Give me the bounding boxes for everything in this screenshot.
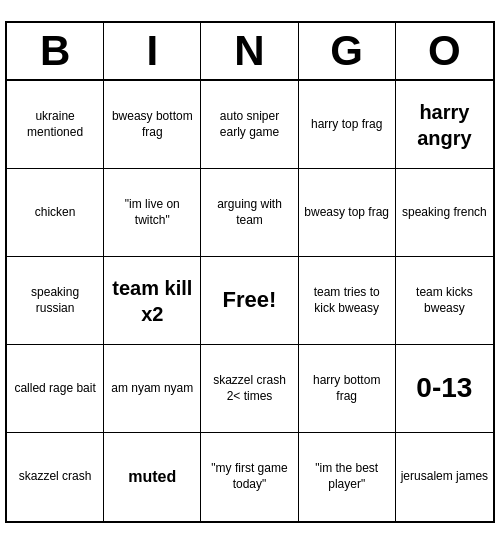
bingo-cell-9[interactable]: speaking french — [396, 169, 493, 257]
bingo-cell-20[interactable]: skazzel crash — [7, 433, 104, 521]
bingo-cell-16[interactable]: am nyam nyam — [104, 345, 201, 433]
bingo-card: BINGO ukraine mentionedbweasy bottom fra… — [5, 21, 495, 523]
bingo-cell-0[interactable]: ukraine mentioned — [7, 81, 104, 169]
bingo-letter-n: N — [201, 23, 298, 79]
bingo-cell-24[interactable]: jerusalem james — [396, 433, 493, 521]
bingo-letter-i: I — [104, 23, 201, 79]
bingo-cell-11[interactable]: team kill x2 — [104, 257, 201, 345]
bingo-cell-1[interactable]: bweasy bottom frag — [104, 81, 201, 169]
bingo-cell-19[interactable]: 0-13 — [396, 345, 493, 433]
bingo-cell-22[interactable]: "my first game today" — [201, 433, 298, 521]
bingo-header: BINGO — [7, 23, 493, 81]
bingo-cell-21[interactable]: muted — [104, 433, 201, 521]
bingo-cell-5[interactable]: chicken — [7, 169, 104, 257]
bingo-cell-13[interactable]: team tries to kick bweasy — [299, 257, 396, 345]
bingo-cell-4[interactable]: harry angry — [396, 81, 493, 169]
bingo-cell-7[interactable]: arguing with team — [201, 169, 298, 257]
bingo-cell-14[interactable]: team kicks bweasy — [396, 257, 493, 345]
bingo-cell-3[interactable]: harry top frag — [299, 81, 396, 169]
bingo-cell-8[interactable]: bweasy top frag — [299, 169, 396, 257]
bingo-letter-b: B — [7, 23, 104, 79]
bingo-cell-2[interactable]: auto sniper early game — [201, 81, 298, 169]
bingo-cell-23[interactable]: "im the best player" — [299, 433, 396, 521]
bingo-cell-12[interactable]: Free! — [201, 257, 298, 345]
bingo-cell-18[interactable]: harry bottom frag — [299, 345, 396, 433]
bingo-cell-17[interactable]: skazzel crash 2< times — [201, 345, 298, 433]
bingo-cell-6[interactable]: "im live on twitch" — [104, 169, 201, 257]
bingo-letter-o: O — [396, 23, 493, 79]
bingo-cell-15[interactable]: called rage bait — [7, 345, 104, 433]
bingo-letter-g: G — [299, 23, 396, 79]
bingo-cell-10[interactable]: speaking russian — [7, 257, 104, 345]
bingo-grid: ukraine mentionedbweasy bottom fragauto … — [7, 81, 493, 521]
